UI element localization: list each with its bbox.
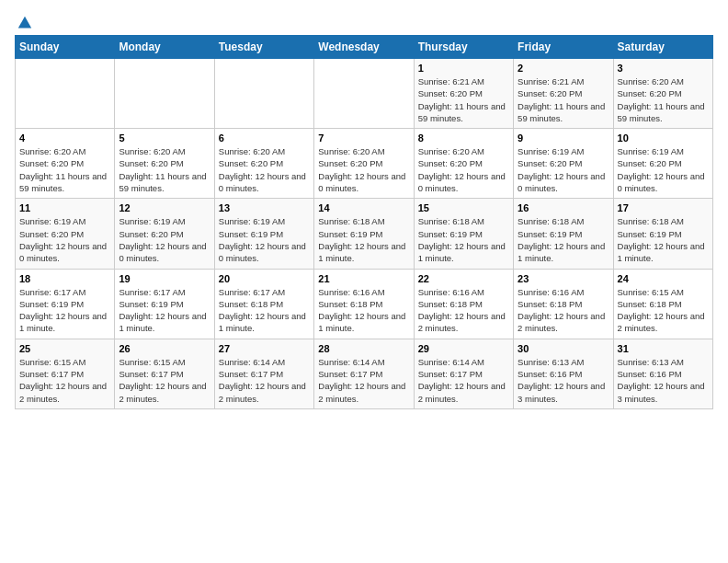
day-number: 28 bbox=[318, 343, 409, 354]
day-number: 27 bbox=[219, 343, 310, 354]
weekday-header-sunday: Sunday bbox=[16, 36, 115, 59]
day-info: Sunrise: 6:18 AMSunset: 6:19 PMDaylight:… bbox=[518, 215, 609, 264]
day-number: 11 bbox=[19, 202, 110, 213]
day-info: Sunrise: 6:14 AMSunset: 6:17 PMDaylight:… bbox=[418, 356, 509, 405]
calendar-cell-7: 7Sunrise: 6:20 AMSunset: 6:20 PMDaylight… bbox=[314, 129, 414, 199]
calendar-cell-1: 1Sunrise: 6:21 AMSunset: 6:20 PMDaylight… bbox=[414, 59, 513, 129]
calendar-cell-29: 29Sunrise: 6:14 AMSunset: 6:17 PMDayligh… bbox=[414, 339, 513, 408]
calendar-cell-16: 16Sunrise: 6:18 AMSunset: 6:19 PMDayligh… bbox=[514, 199, 613, 269]
calendar-cell-30: 30Sunrise: 6:13 AMSunset: 6:16 PMDayligh… bbox=[514, 339, 613, 408]
calendar-cell-22: 22Sunrise: 6:16 AMSunset: 6:18 PMDayligh… bbox=[414, 269, 513, 339]
calendar-cell-23: 23Sunrise: 6:16 AMSunset: 6:18 PMDayligh… bbox=[514, 269, 613, 339]
calendar-cell-15: 15Sunrise: 6:18 AMSunset: 6:19 PMDayligh… bbox=[414, 199, 513, 269]
calendar-cell-6: 6Sunrise: 6:20 AMSunset: 6:20 PMDaylight… bbox=[214, 129, 313, 199]
day-info: Sunrise: 6:16 AMSunset: 6:18 PMDaylight:… bbox=[518, 286, 609, 335]
weekday-header-saturday: Saturday bbox=[613, 36, 712, 59]
day-number: 5 bbox=[119, 132, 210, 144]
calendar-cell-13: 13Sunrise: 6:19 AMSunset: 6:19 PMDayligh… bbox=[214, 199, 313, 269]
calendar-table: SundayMondayTuesdayWednesdayThursdayFrid… bbox=[15, 35, 713, 409]
calendar-cell-28: 28Sunrise: 6:14 AMSunset: 6:17 PMDayligh… bbox=[314, 339, 414, 408]
calendar-cell-empty bbox=[16, 59, 115, 129]
calendar-cell-24: 24Sunrise: 6:15 AMSunset: 6:18 PMDayligh… bbox=[613, 269, 712, 339]
calendar-cell-empty bbox=[115, 59, 214, 129]
day-info: Sunrise: 6:16 AMSunset: 6:18 PMDaylight:… bbox=[318, 286, 409, 335]
calendar-cell-12: 12Sunrise: 6:19 AMSunset: 6:20 PMDayligh… bbox=[115, 199, 214, 269]
calendar-week-3: 11Sunrise: 6:19 AMSunset: 6:20 PMDayligh… bbox=[16, 199, 713, 269]
day-number: 4 bbox=[19, 132, 110, 144]
day-number: 31 bbox=[618, 343, 709, 354]
day-number: 2 bbox=[518, 63, 609, 74]
day-info: Sunrise: 6:21 AMSunset: 6:20 PMDaylight:… bbox=[418, 75, 509, 124]
day-number: 17 bbox=[618, 202, 709, 213]
calendar-cell-3: 3Sunrise: 6:20 AMSunset: 6:20 PMDaylight… bbox=[613, 59, 712, 129]
day-number: 30 bbox=[518, 343, 609, 354]
day-info: Sunrise: 6:19 AMSunset: 6:20 PMDaylight:… bbox=[19, 215, 110, 264]
day-number: 12 bbox=[119, 202, 210, 213]
calendar-cell-10: 10Sunrise: 6:19 AMSunset: 6:20 PMDayligh… bbox=[613, 129, 712, 199]
day-number: 21 bbox=[318, 273, 409, 284]
logo-icon bbox=[17, 15, 33, 31]
day-number: 6 bbox=[219, 132, 310, 144]
day-number: 3 bbox=[618, 63, 709, 74]
day-info: Sunrise: 6:13 AMSunset: 6:16 PMDaylight:… bbox=[618, 356, 709, 405]
calendar-week-5: 25Sunrise: 6:15 AMSunset: 6:17 PMDayligh… bbox=[16, 339, 713, 408]
calendar-cell-20: 20Sunrise: 6:17 AMSunset: 6:18 PMDayligh… bbox=[214, 269, 313, 339]
day-number: 7 bbox=[318, 132, 409, 144]
day-number: 29 bbox=[418, 343, 509, 354]
page-header bbox=[15, 15, 713, 28]
calendar-cell-9: 9Sunrise: 6:19 AMSunset: 6:20 PMDaylight… bbox=[514, 129, 613, 199]
day-info: Sunrise: 6:17 AMSunset: 6:18 PMDaylight:… bbox=[219, 286, 310, 335]
calendar-cell-5: 5Sunrise: 6:20 AMSunset: 6:20 PMDaylight… bbox=[115, 129, 214, 199]
calendar-cell-11: 11Sunrise: 6:19 AMSunset: 6:20 PMDayligh… bbox=[16, 199, 115, 269]
calendar-cell-empty bbox=[314, 59, 414, 129]
calendar-cell-2: 2Sunrise: 6:21 AMSunset: 6:20 PMDaylight… bbox=[514, 59, 613, 129]
day-number: 19 bbox=[119, 273, 210, 284]
day-info: Sunrise: 6:19 AMSunset: 6:20 PMDaylight:… bbox=[618, 145, 709, 194]
calendar-cell-8: 8Sunrise: 6:20 AMSunset: 6:20 PMDaylight… bbox=[414, 129, 513, 199]
weekday-header-wednesday: Wednesday bbox=[314, 36, 414, 59]
calendar-cell-18: 18Sunrise: 6:17 AMSunset: 6:19 PMDayligh… bbox=[16, 269, 115, 339]
day-info: Sunrise: 6:18 AMSunset: 6:19 PMDaylight:… bbox=[618, 215, 709, 264]
day-number: 10 bbox=[618, 132, 709, 144]
calendar-week-4: 18Sunrise: 6:17 AMSunset: 6:19 PMDayligh… bbox=[16, 269, 713, 339]
calendar-cell-26: 26Sunrise: 6:15 AMSunset: 6:17 PMDayligh… bbox=[115, 339, 214, 408]
day-number: 1 bbox=[418, 63, 509, 74]
day-number: 18 bbox=[19, 273, 110, 284]
day-number: 16 bbox=[518, 202, 609, 213]
day-info: Sunrise: 6:19 AMSunset: 6:20 PMDaylight:… bbox=[119, 215, 210, 264]
calendar-cell-19: 19Sunrise: 6:17 AMSunset: 6:19 PMDayligh… bbox=[115, 269, 214, 339]
day-info: Sunrise: 6:20 AMSunset: 6:20 PMDaylight:… bbox=[618, 75, 709, 124]
day-info: Sunrise: 6:20 AMSunset: 6:20 PMDaylight:… bbox=[19, 145, 110, 194]
weekday-header-monday: Monday bbox=[115, 36, 214, 59]
day-info: Sunrise: 6:13 AMSunset: 6:16 PMDaylight:… bbox=[518, 356, 609, 405]
day-number: 22 bbox=[418, 273, 509, 284]
weekday-header-thursday: Thursday bbox=[414, 36, 513, 59]
day-info: Sunrise: 6:18 AMSunset: 6:19 PMDaylight:… bbox=[418, 215, 509, 264]
calendar-cell-31: 31Sunrise: 6:13 AMSunset: 6:16 PMDayligh… bbox=[613, 339, 712, 408]
day-info: Sunrise: 6:20 AMSunset: 6:20 PMDaylight:… bbox=[318, 145, 409, 194]
calendar-cell-21: 21Sunrise: 6:16 AMSunset: 6:18 PMDayligh… bbox=[314, 269, 414, 339]
day-info: Sunrise: 6:14 AMSunset: 6:17 PMDaylight:… bbox=[318, 356, 409, 405]
calendar-week-1: 1Sunrise: 6:21 AMSunset: 6:20 PMDaylight… bbox=[16, 59, 713, 129]
day-info: Sunrise: 6:16 AMSunset: 6:18 PMDaylight:… bbox=[418, 286, 509, 335]
day-info: Sunrise: 6:18 AMSunset: 6:19 PMDaylight:… bbox=[318, 215, 409, 264]
day-info: Sunrise: 6:20 AMSunset: 6:20 PMDaylight:… bbox=[219, 145, 310, 194]
day-info: Sunrise: 6:15 AMSunset: 6:17 PMDaylight:… bbox=[19, 356, 110, 405]
day-info: Sunrise: 6:21 AMSunset: 6:20 PMDaylight:… bbox=[518, 75, 609, 124]
calendar-cell-27: 27Sunrise: 6:14 AMSunset: 6:17 PMDayligh… bbox=[214, 339, 313, 408]
day-number: 9 bbox=[518, 132, 609, 144]
calendar-week-2: 4Sunrise: 6:20 AMSunset: 6:20 PMDaylight… bbox=[16, 129, 713, 199]
calendar-cell-14: 14Sunrise: 6:18 AMSunset: 6:19 PMDayligh… bbox=[314, 199, 414, 269]
day-info: Sunrise: 6:20 AMSunset: 6:20 PMDaylight:… bbox=[418, 145, 509, 194]
day-info: Sunrise: 6:17 AMSunset: 6:19 PMDaylight:… bbox=[19, 286, 110, 335]
svg-marker-0 bbox=[18, 17, 31, 29]
day-number: 26 bbox=[119, 343, 210, 354]
day-number: 20 bbox=[219, 273, 310, 284]
day-info: Sunrise: 6:15 AMSunset: 6:18 PMDaylight:… bbox=[618, 286, 709, 335]
calendar-cell-empty bbox=[214, 59, 313, 129]
day-number: 25 bbox=[19, 343, 110, 354]
weekday-header-tuesday: Tuesday bbox=[214, 36, 313, 59]
day-info: Sunrise: 6:14 AMSunset: 6:17 PMDaylight:… bbox=[219, 356, 310, 405]
day-number: 8 bbox=[418, 132, 509, 144]
day-number: 13 bbox=[219, 202, 310, 213]
